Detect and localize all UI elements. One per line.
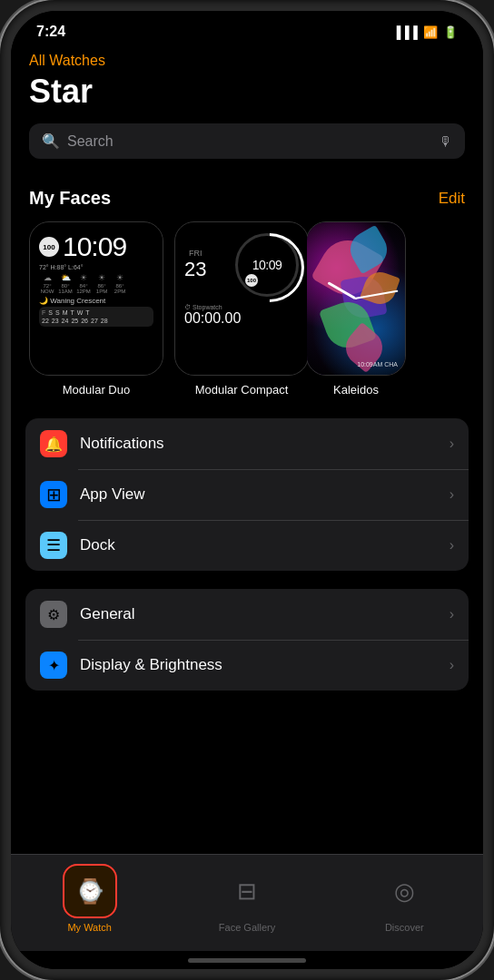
watch-face-item-modular-compact[interactable]: FRI 23 10:09 100 (174, 221, 309, 397)
face-gallery-icon: ⊟ (237, 877, 257, 906)
search-placeholder: Search (67, 133, 431, 150)
home-bar (188, 958, 306, 963)
menu-item-app-view[interactable]: ⊞ App View › (25, 469, 469, 520)
display-brightness-label: Display & Brightness (80, 656, 450, 674)
discover-icon: ◎ (394, 877, 415, 906)
display-brightness-icon: ✦ (40, 652, 67, 679)
watch-icon: ⌚ (75, 877, 104, 906)
search-icon: 🔍 (42, 132, 60, 150)
face-md-badge: 100 (39, 237, 59, 257)
tab-my-watch-icon-wrapper: ⌚ (63, 864, 117, 918)
kaleido-time-label: 10:09AM CHA (357, 361, 398, 368)
dock-chevron: › (450, 537, 454, 554)
menu-group-1: 🔔 Notifications › ⊞ App View › ☰ Dock › (25, 418, 469, 571)
display-brightness-chevron: › (450, 657, 454, 673)
tab-face-gallery[interactable]: ⊟ Face Gallery (168, 864, 325, 933)
app-view-label: App View (80, 485, 450, 504)
signal-icon: ▐▐▐ (392, 25, 418, 39)
tab-my-watch-label: My Watch (67, 922, 112, 933)
notifications-icon: 🔔 (40, 430, 67, 457)
tab-discover-label: Discover (385, 922, 424, 933)
watch-face-label-modular-duo: Modular Duo (63, 383, 130, 397)
menu-item-notifications[interactable]: 🔔 Notifications › (25, 418, 469, 469)
watch-face-item-kaleidoscope[interactable]: 10:09AM CHA Kaleidos (320, 221, 392, 397)
watch-face-label-modular-compact: Modular Compact (195, 383, 289, 397)
face-mc-stopwatch-label: ⏱ Stopwatch (184, 304, 299, 310)
tab-discover-icon-wrapper: ◎ (377, 864, 431, 918)
face-md-calendar: FSSMTWT 22232425262728 (39, 307, 153, 327)
faces-carousel[interactable]: 100 10:09 72° H:88° L:64° ☁72°NOW ⛅80°11… (11, 221, 483, 397)
dock-icon: ☰ (40, 532, 67, 559)
app-view-chevron: › (450, 486, 454, 503)
menu-group-2: ⚙ General › ✦ Display & Brightness › (25, 589, 469, 691)
face-mc-date: 23 (184, 258, 206, 281)
tab-discover[interactable]: ◎ Discover (326, 864, 483, 933)
search-bar[interactable]: 🔍 Search 🎙 (29, 123, 465, 159)
watch-face-card-modular-compact[interactable]: FRI 23 10:09 100 (174, 221, 309, 376)
general-label: General (80, 605, 450, 623)
tab-face-gallery-icon-wrapper: ⊟ (220, 864, 274, 918)
wifi-icon: 📶 (423, 25, 438, 39)
home-indicator[interactable] (11, 951, 483, 969)
watch-face-card-kaleidoscope[interactable]: 10:09AM CHA (306, 221, 406, 376)
all-watches-link[interactable]: All Watches (29, 53, 465, 69)
watch-face-label-kaleidoscope: Kaleidos (333, 383, 379, 397)
battery-icon: 🔋 (443, 25, 458, 39)
app-view-icon: ⊞ (40, 481, 67, 508)
status-icons: ▐▐▐ 📶 🔋 (392, 25, 458, 39)
face-md-temp: 72° H:88° L:64° (39, 264, 153, 270)
face-mc-day: FRI (184, 249, 206, 258)
dynamic-island (197, 22, 297, 51)
face-md-time: 10:09 (63, 231, 126, 262)
my-faces-title: My Faces (29, 188, 111, 209)
my-faces-header: My Faces Edit (11, 188, 483, 209)
tab-bar: ⌚ My Watch ⊟ Face Gallery ◎ Discover (11, 854, 483, 951)
face-md-weather: ☁72°NOW ⛅80°11AM ☀84°12PM ☀86°1PM ☀86°2P… (39, 273, 153, 294)
mic-icon[interactable]: 🎙 (439, 133, 452, 149)
face-md-moon: 🌙 Waning Crescent (39, 297, 153, 305)
tab-my-watch[interactable]: ⌚ My Watch (11, 864, 168, 933)
watch-name: Star (29, 73, 465, 111)
menu-item-general[interactable]: ⚙ General › (25, 589, 469, 640)
menu-item-dock[interactable]: ☰ Dock › (25, 520, 469, 571)
phone-frame: 7:24 ▐▐▐ 📶 🔋 All Watches Star 🔍 Search (0, 0, 494, 980)
general-icon: ⚙ (40, 601, 67, 628)
general-chevron: › (450, 606, 454, 622)
status-time: 7:24 (36, 24, 65, 40)
main-content[interactable]: All Watches Star 🔍 Search 🎙 My Faces Edi… (11, 45, 483, 854)
watch-face-card-modular-duo[interactable]: 100 10:09 72° H:88° L:64° ☁72°NOW ⛅80°11… (29, 221, 163, 376)
menu-item-display-brightness[interactable]: ✦ Display & Brightness › (25, 640, 469, 691)
dock-label: Dock (80, 536, 450, 554)
phone-screen: 7:24 ▐▐▐ 📶 🔋 All Watches Star 🔍 Search (11, 11, 483, 969)
face-mc-ring: 10:09 100 (235, 233, 299, 297)
edit-button[interactable]: Edit (439, 190, 465, 208)
watch-face-item-modular-duo[interactable]: 100 10:09 72° H:88° L:64° ☁72°NOW ⛅80°11… (29, 221, 163, 397)
face-mc-stopwatch-time: 00:00.00 (184, 310, 299, 327)
tab-face-gallery-label: Face Gallery (219, 922, 275, 933)
notifications-chevron: › (450, 436, 454, 452)
notifications-label: Notifications (80, 435, 450, 453)
